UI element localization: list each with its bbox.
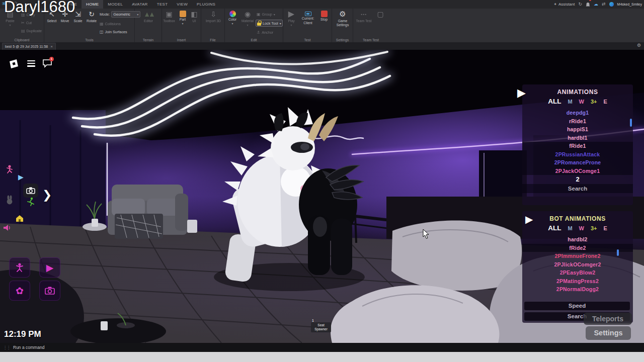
- filter-all[interactable]: ALL: [548, 98, 561, 105]
- list-item[interactable]: 2PRussianAttack: [522, 150, 633, 159]
- emote-button[interactable]: [5, 164, 14, 175]
- tab-plugins[interactable]: PLUGINS: [192, 0, 220, 9]
- command-bar[interactable]: Run a command: [13, 345, 44, 350]
- mode-value: Geometric: [113, 12, 130, 17]
- list-item[interactable]: 2PJackOComge1: [522, 167, 633, 175]
- account-name[interactable]: M4sked_Smiley: [617, 3, 642, 6]
- tab-test[interactable]: TEST: [152, 0, 173, 9]
- list-item[interactable]: happiS1: [522, 125, 633, 134]
- list-item[interactable]: fRide2: [522, 244, 633, 252]
- list-item[interactable]: 2PNormalDogg2: [522, 285, 633, 294]
- tab-model[interactable]: MODEL: [103, 0, 127, 9]
- bunny-button[interactable]: [5, 195, 14, 207]
- chevron-right-icon: ❯: [42, 188, 52, 201]
- teleports-button[interactable]: Teleports: [584, 313, 632, 325]
- filter-m[interactable]: M: [568, 99, 572, 105]
- list-item[interactable]: 2PRomanceProne: [522, 158, 633, 167]
- animations-search-button[interactable]: Search: [522, 184, 633, 193]
- home-button[interactable]: [15, 214, 24, 225]
- speaker-icon: [3, 224, 11, 231]
- group-button[interactable]: ▣Group▾: [257, 12, 275, 17]
- play-emote-button[interactable]: ▶: [18, 173, 24, 181]
- toolbox-label: Toolbox: [163, 19, 175, 23]
- account-avatar[interactable]: [609, 2, 614, 7]
- filter-m[interactable]: M: [568, 225, 572, 231]
- sync-icon[interactable]: ↻: [578, 0, 582, 9]
- list-item[interactable]: deepdg1: [522, 109, 633, 117]
- tab-view[interactable]: VIEW: [172, 0, 192, 9]
- speaker-button[interactable]: [3, 224, 11, 233]
- group-edit: Color ▾ ◉ Material ▾ ▣Group▾ Lock Tool▾ …: [225, 9, 283, 42]
- color-button[interactable]: Color ▾: [226, 10, 239, 25]
- tab-home[interactable]: HOME: [82, 0, 103, 9]
- rotate-tool-button[interactable]: ↻ Rotate: [85, 10, 99, 23]
- speed-button[interactable]: Speed: [524, 302, 630, 310]
- gear-icon[interactable]: ⚙: [637, 43, 641, 48]
- run-button[interactable]: [26, 197, 35, 208]
- filter-all[interactable]: ALL: [548, 224, 561, 232]
- notifications-button[interactable]: [586, 0, 590, 9]
- roblox-menu-button[interactable]: [7, 58, 19, 72]
- filter-3plus[interactable]: 3+: [591, 99, 597, 105]
- collisions-toggle[interactable]: ▦Collisions: [100, 22, 121, 26]
- camera-button[interactable]: [23, 184, 38, 198]
- list-item[interactable]: fRide1: [522, 142, 633, 150]
- play-button[interactable]: ▶ Play ▾: [285, 10, 297, 27]
- hamburger-menu-button[interactable]: [27, 60, 35, 67]
- lock-tool-button[interactable]: Lock Tool▾: [256, 20, 283, 27]
- close-icon[interactable]: ×: [50, 44, 53, 49]
- current-client-button[interactable]: Current: Client: [299, 10, 316, 25]
- toolbox-button[interactable]: ▣ Toolbox: [163, 10, 175, 23]
- part-button[interactable]: Part ▾: [176, 10, 189, 25]
- team-test-label: Team Test: [356, 19, 372, 23]
- list-item[interactable]: 2PMatingPress2: [522, 277, 633, 286]
- document-tabbar: best 5 @ 29 Jul 2025 11:58 × ⚙: [0, 42, 644, 50]
- anchor-button[interactable]: ⚓Anchor: [257, 30, 273, 35]
- cut-button[interactable]: ✂Cut: [21, 21, 32, 25]
- tab-avatar[interactable]: AVATAR: [127, 0, 152, 9]
- scrollbar[interactable]: [630, 119, 632, 127]
- chat-button[interactable]: 1: [42, 59, 52, 70]
- ui-button[interactable]: ◧ UI: [189, 10, 199, 23]
- join-surfaces-toggle[interactable]: ◫Join Surfaces: [100, 30, 127, 34]
- list-item[interactable]: 2PImmnueFrone2: [522, 252, 633, 260]
- import-3d-button[interactable]: ⇩ Import 3D: [203, 10, 223, 23]
- filter-3plus[interactable]: 3+: [591, 225, 597, 231]
- stop-icon: [321, 11, 328, 17]
- list-item[interactable]: hardbl2: [522, 235, 633, 244]
- flower-button[interactable]: ✿: [9, 281, 30, 301]
- scrollbar[interactable]: [617, 249, 619, 256]
- terrain-editor-button[interactable]: ▲▲ Editor: [140, 10, 157, 23]
- photo-button[interactable]: [39, 281, 60, 301]
- team-test-button[interactable]: ●●● Team Test: [355, 10, 372, 23]
- expand-chevron-button[interactable]: ❯: [42, 188, 52, 202]
- play-anim-button[interactable]: ▶: [39, 257, 60, 278]
- team-test-extra-button[interactable]: ▢: [374, 10, 386, 19]
- animations-title: ANIMATIONS: [522, 84, 633, 96]
- group-label-insert: Insert: [162, 38, 201, 42]
- document-tab[interactable]: best 5 @ 29 Jul 2025 11:58 ×: [2, 43, 56, 50]
- panel-play-button[interactable]: ▶: [525, 213, 533, 225]
- panel-play-button[interactable]: ▶: [517, 86, 526, 100]
- stop-button[interactable]: Stop: [317, 10, 331, 22]
- home-icon: [15, 214, 24, 223]
- settings-button[interactable]: Settings: [586, 326, 631, 340]
- list-item[interactable]: 2PEasyBlow2: [522, 268, 633, 277]
- filter-w[interactable]: W: [579, 99, 584, 105]
- material-button[interactable]: ◉ Material ▾: [240, 10, 255, 27]
- game-settings-button[interactable]: ⚙ Game Settings: [333, 10, 352, 27]
- filter-w[interactable]: W: [579, 225, 584, 231]
- filter-e[interactable]: E: [604, 225, 607, 231]
- list-item[interactable]: 2PJlickOComger2: [522, 260, 633, 269]
- list-item[interactable]: hardbl1: [522, 134, 633, 142]
- seat-spawner-count: 1: [312, 319, 331, 322]
- duplicate-button[interactable]: ▤Duplicate: [21, 29, 42, 33]
- assistant-button[interactable]: ✦ Assistant: [553, 0, 575, 9]
- cloud-icon[interactable]: ☁: [594, 0, 598, 9]
- dance-button[interactable]: [9, 257, 30, 278]
- anchor-label: Anchor: [262, 30, 273, 35]
- mode-label: Mode:: [100, 12, 110, 17]
- list-item[interactable]: rRide1: [522, 117, 633, 126]
- filter-e[interactable]: E: [604, 99, 607, 105]
- share-icon[interactable]: ⇄: [602, 0, 606, 9]
